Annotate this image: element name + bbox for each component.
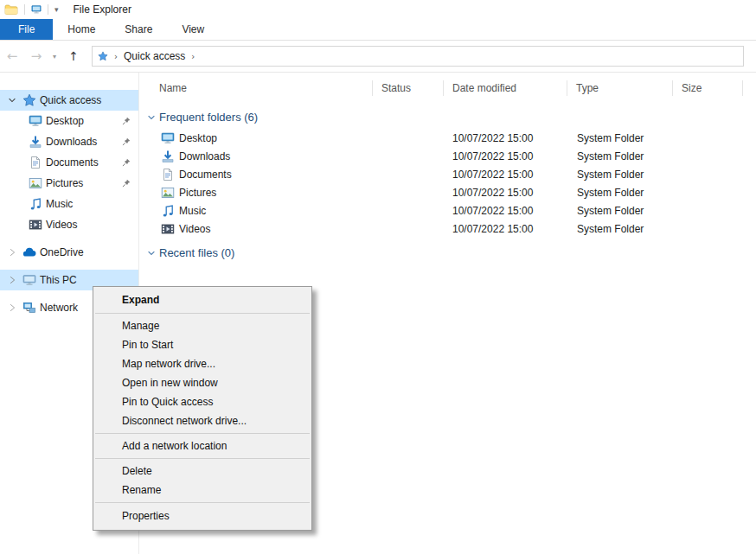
file-row-documents[interactable]: Documents 10/07/2022 15:00 System Folder bbox=[139, 165, 756, 183]
downloads-icon bbox=[161, 150, 175, 163]
chevron-right-icon[interactable] bbox=[7, 275, 17, 285]
file-date-modified: 10/07/2022 15:00 bbox=[444, 205, 567, 217]
desktop-icon bbox=[161, 131, 175, 145]
up-button-icon[interactable]: ↑ bbox=[61, 49, 86, 63]
sidebar-item-label: Desktop bbox=[46, 115, 84, 127]
menu-item-properties[interactable]: Properties bbox=[93, 506, 311, 526]
qat-separator bbox=[48, 4, 48, 15]
tab-file[interactable]: File bbox=[0, 19, 53, 40]
forward-button-icon[interactable]: → bbox=[24, 48, 48, 64]
navigation-bar: ← → ▾ ↑ › Quick access › bbox=[0, 41, 756, 73]
quick-access-star-icon[interactable] bbox=[98, 51, 108, 61]
sidebar-item-label: Network bbox=[40, 302, 78, 314]
menu-separator bbox=[95, 458, 310, 459]
menu-item-map-network-drive[interactable]: Map network drive... bbox=[93, 354, 311, 373]
sidebar-item-quick-access[interactable]: Quick access bbox=[0, 90, 138, 111]
downloads-icon bbox=[29, 135, 42, 149]
column-header-date-modified[interactable]: Date modified bbox=[444, 80, 567, 96]
sidebar-item-music[interactable]: Music bbox=[0, 194, 138, 214]
file-type: System Folder bbox=[567, 223, 673, 235]
file-date-modified: 10/07/2022 15:00 bbox=[444, 132, 567, 144]
tab-view[interactable]: View bbox=[167, 19, 219, 40]
column-header-row: Name Status Date modified Type Size bbox=[139, 78, 756, 99]
title-bar: ▾ File Explorer bbox=[0, 0, 756, 19]
file-row-desktop[interactable]: Desktop 10/07/2022 15:00 System Folder bbox=[139, 129, 756, 147]
sidebar-item-videos[interactable]: Videos bbox=[0, 214, 138, 235]
sidebar-item-label: Music bbox=[46, 198, 73, 210]
chevron-down-icon[interactable] bbox=[7, 95, 17, 105]
quick-access-star-icon bbox=[22, 93, 36, 107]
pin-icon bbox=[121, 137, 131, 147]
breadcrumb-chevron-icon[interactable]: › bbox=[112, 52, 120, 61]
sidebar-item-label: Downloads bbox=[46, 136, 97, 148]
pin-icon bbox=[121, 178, 131, 188]
file-type: System Folder bbox=[567, 132, 673, 144]
sidebar-item-downloads[interactable]: Downloads bbox=[0, 131, 138, 152]
menu-separator bbox=[95, 313, 310, 314]
group-header-label: Recent files (0) bbox=[159, 246, 234, 259]
sidebar-item-label: Documents bbox=[46, 156, 99, 169]
file-name: Pictures bbox=[179, 187, 216, 199]
file-row-videos[interactable]: Videos 10/07/2022 15:00 System Folder bbox=[139, 220, 756, 238]
sidebar-item-desktop[interactable]: Desktop bbox=[0, 111, 138, 131]
chevron-down-icon[interactable] bbox=[146, 112, 157, 123]
menu-item-open-in-new-window[interactable]: Open in new window bbox=[93, 373, 311, 392]
file-date-modified: 10/07/2022 15:00 bbox=[444, 150, 567, 162]
tab-share[interactable]: Share bbox=[110, 19, 167, 40]
sidebar-item-label: This PC bbox=[40, 274, 77, 286]
sidebar-item-onedrive[interactable]: OneDrive bbox=[0, 242, 138, 263]
file-date-modified: 10/07/2022 15:00 bbox=[444, 169, 567, 181]
chevron-right-icon[interactable] bbox=[7, 302, 17, 313]
column-header-size[interactable]: Size bbox=[673, 80, 743, 96]
pictures-icon bbox=[29, 176, 42, 190]
file-row-music[interactable]: Music 10/07/2022 15:00 System Folder bbox=[139, 201, 756, 220]
tab-home[interactable]: Home bbox=[53, 19, 110, 40]
file-type: System Folder bbox=[567, 187, 673, 199]
file-date-modified: 10/07/2022 15:00 bbox=[444, 223, 567, 235]
videos-icon bbox=[161, 222, 175, 236]
column-header-type[interactable]: Type bbox=[567, 80, 673, 96]
back-button-icon[interactable]: ← bbox=[0, 48, 24, 64]
context-menu: Expand Manage Pin to Start Map network d… bbox=[93, 286, 312, 531]
sidebar-item-documents[interactable]: Documents bbox=[0, 152, 138, 173]
menu-item-manage[interactable]: Manage bbox=[93, 316, 311, 335]
sidebar-item-label: Pictures bbox=[46, 177, 83, 189]
menu-item-pin-to-start[interactable]: Pin to Start bbox=[93, 335, 311, 354]
app-folder-icon bbox=[4, 3, 18, 16]
qat-customize-dropdown-icon[interactable]: ▾ bbox=[54, 5, 59, 14]
menu-item-expand[interactable]: Expand bbox=[93, 290, 311, 310]
menu-item-add-network-location[interactable]: Add a network location bbox=[93, 436, 311, 455]
menu-item-rename[interactable]: Rename bbox=[93, 481, 311, 500]
chevron-down-icon[interactable] bbox=[146, 248, 157, 258]
file-row-downloads[interactable]: Downloads 10/07/2022 15:00 System Folder bbox=[139, 147, 756, 165]
documents-icon bbox=[161, 168, 175, 181]
pin-icon bbox=[121, 116, 131, 126]
desktop-icon bbox=[29, 114, 42, 128]
file-name: Music bbox=[179, 205, 206, 217]
group-header-label: Frequent folders (6) bbox=[159, 111, 258, 124]
frequent-folders-list: Desktop 10/07/2022 15:00 System Folder D… bbox=[139, 129, 756, 238]
chevron-right-icon[interactable] bbox=[7, 247, 17, 258]
network-icon bbox=[22, 301, 36, 315]
file-type: System Folder bbox=[567, 205, 673, 217]
file-row-pictures[interactable]: Pictures 10/07/2022 15:00 System Folder bbox=[139, 183, 756, 201]
breadcrumb-quick-access[interactable]: Quick access bbox=[124, 50, 185, 62]
column-header-status[interactable]: Status bbox=[373, 80, 444, 96]
menu-item-disconnect-network-drive[interactable]: Disconnect network drive... bbox=[93, 411, 311, 430]
sidebar-item-label: Quick access bbox=[40, 94, 101, 106]
sidebar-item-label: OneDrive bbox=[40, 246, 84, 258]
group-header-frequent-folders[interactable]: Frequent folders (6) bbox=[139, 109, 756, 125]
menu-item-delete[interactable]: Delete bbox=[93, 462, 311, 481]
sidebar-item-pictures[interactable]: Pictures bbox=[0, 173, 138, 194]
music-icon bbox=[161, 204, 175, 218]
group-header-recent-files[interactable]: Recent files (0) bbox=[139, 245, 756, 261]
file-type: System Folder bbox=[567, 169, 673, 181]
history-dropdown-icon[interactable]: ▾ bbox=[48, 53, 61, 60]
sidebar-item-label: Videos bbox=[46, 219, 77, 231]
column-header-name[interactable]: Name bbox=[148, 80, 373, 96]
qat-properties-icon[interactable] bbox=[31, 4, 42, 15]
menu-item-pin-to-quick-access[interactable]: Pin to Quick access bbox=[93, 392, 311, 411]
breadcrumb-chevron-icon[interactable]: › bbox=[189, 52, 197, 61]
address-bar[interactable]: › Quick access › bbox=[92, 46, 744, 67]
videos-icon bbox=[29, 218, 42, 232]
